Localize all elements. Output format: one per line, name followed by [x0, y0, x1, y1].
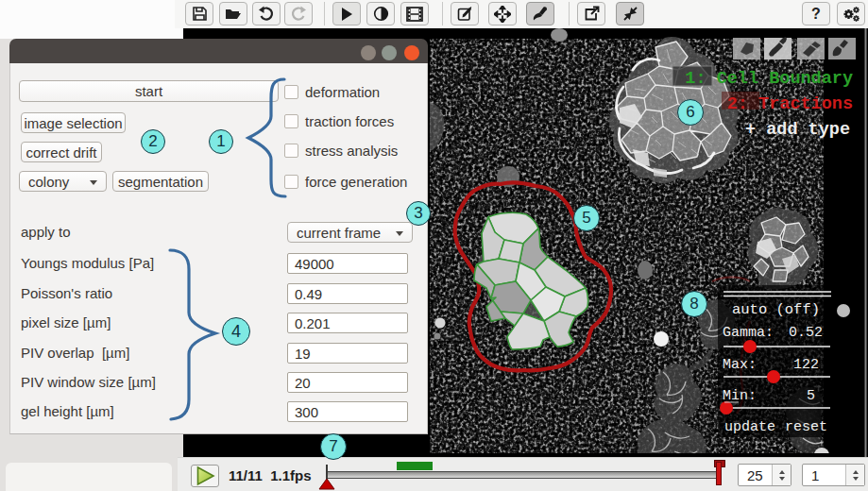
svg-text:5: 5 [807, 388, 815, 404]
svg-text:Gamma:: Gamma: [723, 325, 774, 341]
svg-text:update: update [724, 419, 775, 435]
svg-text:Max:: Max: [723, 357, 757, 373]
svg-text:auto (off): auto (off) [732, 301, 820, 318]
svg-text:reset: reset [785, 419, 827, 435]
svg-text:1: Cell Boundary: 1: Cell Boundary [685, 69, 853, 89]
svg-text:122: 122 [793, 357, 819, 373]
svg-text:0.52: 0.52 [789, 325, 823, 341]
svg-text:2: Tractions: 2: Tractions [727, 94, 853, 114]
svg-text:+ add type: + add type [745, 120, 850, 140]
